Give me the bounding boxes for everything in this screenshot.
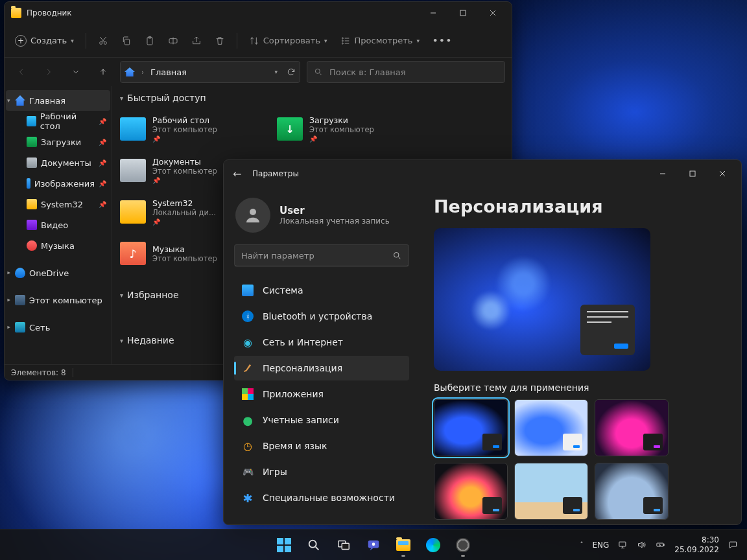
share-button[interactable]: [186, 30, 207, 52]
theme-option-1[interactable]: [434, 399, 508, 456]
item-count: Элементов: 8: [11, 368, 66, 377]
svg-point-9: [342, 43, 343, 44]
explorer-title: Проводник: [27, 8, 72, 18]
delete-button[interactable]: [209, 30, 230, 52]
volume-tray-icon[interactable]: [637, 540, 646, 550]
taskbar-chat[interactable]: [361, 532, 386, 558]
new-button[interactable]: + Создать ▾: [10, 30, 79, 52]
nav-network[interactable]: ◉Сеть и Интернет: [234, 330, 409, 355]
apps-icon: [242, 388, 254, 400]
refresh-icon[interactable]: [287, 67, 296, 76]
chevron-down-icon[interactable]: ▾: [274, 69, 278, 75]
sidebar-item-videos[interactable]: Видео: [6, 215, 110, 235]
taskbar-edge[interactable]: [420, 532, 446, 558]
sidebar-item-onedrive[interactable]: ▾OneDrive: [6, 262, 110, 283]
maximize-button[interactable]: [678, 162, 707, 185]
taskbar-search[interactable]: [301, 532, 327, 558]
nav-system[interactable]: Система: [234, 278, 409, 303]
nav-apps[interactable]: Приложения: [234, 382, 409, 406]
nav-personalization[interactable]: Персонализация: [234, 356, 409, 380]
user-account-row[interactable]: User Локальная учетная запись: [235, 198, 409, 233]
minimize-button[interactable]: [418, 2, 448, 24]
documents-icon: [120, 159, 146, 182]
breadcrumb[interactable]: Главная: [150, 67, 187, 77]
close-button[interactable]: [478, 2, 508, 24]
section-quick-access[interactable]: ▾Быстрый доступ: [120, 93, 506, 103]
more-icon: •••: [433, 36, 453, 45]
nav-forward[interactable]: [38, 62, 59, 82]
theme-option-6[interactable]: [595, 463, 669, 520]
back-button[interactable]: ←: [233, 168, 252, 180]
settings-search[interactable]: Найти параметр: [234, 244, 409, 266]
file-explorer-icon: [396, 539, 410, 551]
desktop-icon: [27, 116, 36, 126]
gear-icon: [456, 538, 470, 552]
minimize-button[interactable]: [648, 162, 678, 185]
overflow-button[interactable]: •••: [427, 30, 458, 52]
paste-button[interactable]: [139, 30, 160, 52]
nav-bluetooth[interactable]: ᚼBluetooth и устройства: [234, 304, 409, 329]
battery-tray-icon[interactable]: [656, 540, 665, 550]
videos-icon: [27, 220, 37, 230]
sort-button[interactable]: Сортировать ▾: [244, 30, 333, 52]
settings-content: Персонализация Выберите тему для примене…: [418, 187, 741, 524]
home-icon: [15, 95, 25, 106]
sidebar-item-documents[interactable]: Документы📌: [6, 152, 110, 173]
explorer-search[interactable]: Поиск в: Главная: [307, 61, 505, 83]
clock[interactable]: 8:30 25.09.2022: [674, 535, 719, 554]
maximize-button[interactable]: [448, 2, 478, 24]
sidebar-item-music[interactable]: Музыка: [6, 235, 110, 256]
sidebar-item-thispc[interactable]: ▾Этот компьютер: [6, 290, 110, 310]
nav-time[interactable]: ◷Время и язык: [234, 434, 409, 458]
view-button[interactable]: Просмотреть ▾: [335, 30, 425, 52]
notifications-tray-icon[interactable]: [728, 540, 738, 550]
tile-downloads[interactable]: ЗагрузкиЭтот компьютер📌: [274, 110, 423, 148]
sidebar-item-pictures[interactable]: Изображения📌: [6, 173, 110, 194]
taskbar-settings[interactable]: [450, 532, 476, 558]
sidebar-item-home[interactable]: ▾Главная: [6, 90, 110, 111]
copy-button[interactable]: [116, 30, 137, 52]
tile-desktop[interactable]: Рабочий столЭтот компьютер📌: [117, 110, 267, 148]
thispc-icon: [15, 295, 25, 305]
close-button[interactable]: [707, 162, 737, 185]
rename-button[interactable]: [163, 30, 184, 52]
address-bar[interactable]: › Главная ▾: [120, 61, 300, 83]
bluetooth-icon: ᚼ: [242, 310, 254, 322]
svg-rect-19: [619, 542, 626, 546]
task-view[interactable]: [331, 532, 357, 558]
pin-icon: 📌: [152, 177, 217, 184]
settings-titlebar[interactable]: ← Параметры: [224, 160, 741, 187]
sidebar-item-system32[interactable]: System32📌: [6, 194, 110, 215]
sidebar-item-network[interactable]: ▾Сеть: [6, 317, 110, 338]
pictures-icon: [27, 178, 30, 189]
system-tray: ˄ ENG 8:30 25.09.2022: [580, 535, 747, 554]
svg-point-18: [372, 542, 375, 546]
network-tray-icon[interactable]: [618, 540, 628, 550]
chevron-down-icon: ▾: [324, 38, 327, 44]
edge-icon: [426, 538, 440, 552]
pin-icon: 📌: [99, 139, 106, 146]
search-icon: [392, 251, 402, 261]
theme-option-5[interactable]: [514, 463, 588, 520]
theme-option-3[interactable]: [595, 399, 669, 456]
settings-sidebar: User Локальная учетная запись Найти пара…: [224, 187, 418, 524]
network-icon: [15, 322, 25, 332]
svg-point-12: [250, 209, 256, 215]
sidebar-item-downloads[interactable]: Загрузки📌: [6, 132, 110, 152]
tray-overflow[interactable]: ˄: [580, 541, 583, 548]
explorer-titlebar[interactable]: Проводник: [5, 2, 512, 24]
sidebar-item-desktop[interactable]: Рабочий стол📌: [6, 111, 110, 132]
nav-recent[interactable]: [65, 62, 86, 82]
theme-option-2[interactable]: [514, 399, 588, 456]
taskbar-explorer[interactable]: [390, 532, 416, 558]
nav-gaming[interactable]: 🎮Игры: [234, 460, 409, 484]
language-indicator[interactable]: ENG: [592, 541, 609, 550]
theme-option-4[interactable]: [434, 463, 508, 520]
nav-up[interactable]: [93, 62, 113, 82]
start-button[interactable]: [271, 532, 297, 558]
nav-back[interactable]: [11, 62, 32, 82]
search-placeholder: Найти параметр: [241, 251, 392, 261]
nav-accessibility[interactable]: ✱Специальные возможности: [234, 485, 409, 510]
nav-accounts[interactable]: ●Учетные записи: [234, 408, 409, 432]
cut-button[interactable]: [93, 30, 113, 52]
